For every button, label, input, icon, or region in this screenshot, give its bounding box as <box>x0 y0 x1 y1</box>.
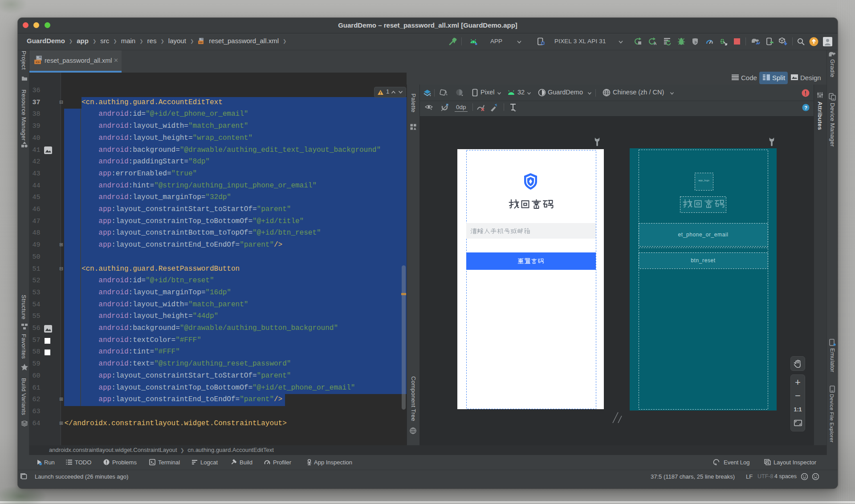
svg-text:<>: <> <box>200 41 203 44</box>
svg-text:<>: <> <box>36 60 40 64</box>
svg-text:A: A <box>654 41 656 45</box>
svg-text:?: ? <box>804 105 807 110</box>
